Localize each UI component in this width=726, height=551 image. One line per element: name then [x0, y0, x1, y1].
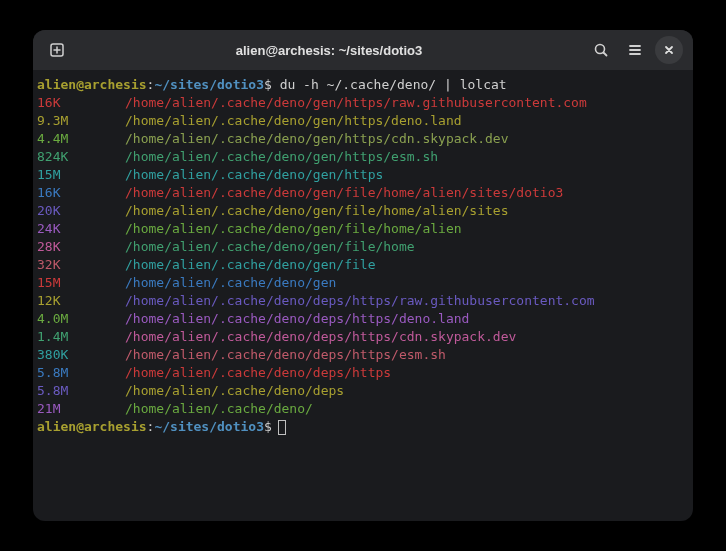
- command-text: du -h ~/.cache/deno/ | lolcat: [272, 77, 507, 92]
- prompt-user: alien@archesis: [37, 419, 147, 434]
- row-path: /home/alien/.cache/deno/deps: [125, 383, 344, 398]
- row-path: /home/alien/.cache/deno/gen/file/home: [125, 239, 415, 254]
- row-path: /home/alien/.cache/deno/deps/https: [125, 365, 391, 380]
- row-path: /home/alien/.cache/deno/deps/https/cdn.s…: [125, 329, 516, 344]
- hamburger-icon: [627, 42, 643, 58]
- row-size: 16K: [37, 94, 125, 112]
- output-row: 21M/home/alien/.cache/deno/: [37, 400, 689, 418]
- prompt-dollar: $: [264, 77, 272, 92]
- row-path: /home/alien/.cache/deno/gen/file: [125, 257, 375, 272]
- prompt-path: ~/sites/dotio3: [154, 419, 264, 434]
- window-title: alien@archesis: ~/sites/dotio3: [79, 43, 579, 58]
- output-row: 12K/home/alien/.cache/deno/deps/https/ra…: [37, 292, 689, 310]
- plus-icon: [49, 42, 65, 58]
- output-row: 1.4M/home/alien/.cache/deno/deps/https/c…: [37, 328, 689, 346]
- row-size: 32K: [37, 256, 125, 274]
- terminal-body[interactable]: alien@archesis:~/sites/dotio3$ du -h ~/.…: [33, 70, 693, 521]
- row-path: /home/alien/.cache/deno/deps/https/raw.g…: [125, 293, 595, 308]
- title-actions: [587, 36, 683, 64]
- terminal-window: alien@archesis: ~/sites/dotio3 alien@arc…: [33, 30, 693, 521]
- output-row: 4.0M/home/alien/.cache/deno/deps/https/d…: [37, 310, 689, 328]
- row-size: 16K: [37, 184, 125, 202]
- row-path: /home/alien/.cache/deno/gen/https/deno.l…: [125, 113, 462, 128]
- output-row: 5.8M/home/alien/.cache/deno/deps: [37, 382, 689, 400]
- menu-button[interactable]: [621, 36, 649, 64]
- close-icon: [662, 43, 676, 57]
- output-row: 32K/home/alien/.cache/deno/gen/file: [37, 256, 689, 274]
- prompt-line: alien@archesis:~/sites/dotio3$ du -h ~/.…: [37, 76, 689, 94]
- close-button[interactable]: [655, 36, 683, 64]
- row-path: /home/alien/.cache/deno/deps/https/deno.…: [125, 311, 469, 326]
- row-path: /home/alien/.cache/deno/gen/file/home/al…: [125, 185, 563, 200]
- output-row: 15M/home/alien/.cache/deno/gen/https: [37, 166, 689, 184]
- row-path: /home/alien/.cache/deno/gen/file/home/al…: [125, 221, 462, 236]
- row-size: 24K: [37, 220, 125, 238]
- row-path: /home/alien/.cache/deno/gen/file/home/al…: [125, 203, 509, 218]
- row-size: 5.8M: [37, 364, 125, 382]
- row-size: 380K: [37, 346, 125, 364]
- cursor: [278, 420, 286, 435]
- output-row: 20K/home/alien/.cache/deno/gen/file/home…: [37, 202, 689, 220]
- prompt-path: ~/sites/dotio3: [154, 77, 264, 92]
- row-path: /home/alien/.cache/deno/gen: [125, 275, 336, 290]
- row-size: 12K: [37, 292, 125, 310]
- row-size: 20K: [37, 202, 125, 220]
- row-size: 28K: [37, 238, 125, 256]
- row-size: 15M: [37, 166, 125, 184]
- prompt-dollar: $: [264, 419, 272, 434]
- output-row: 9.3M/home/alien/.cache/deno/gen/https/de…: [37, 112, 689, 130]
- command-output: 16K/home/alien/.cache/deno/gen/https/raw…: [37, 94, 689, 418]
- row-path: /home/alien/.cache/deno/gen/https/esm.sh: [125, 149, 438, 164]
- row-size: 15M: [37, 274, 125, 292]
- title-bar: alien@archesis: ~/sites/dotio3: [33, 30, 693, 70]
- output-row: 380K/home/alien/.cache/deno/deps/https/e…: [37, 346, 689, 364]
- search-icon: [593, 42, 609, 58]
- row-size: 5.8M: [37, 382, 125, 400]
- output-row: 5.8M/home/alien/.cache/deno/deps/https: [37, 364, 689, 382]
- output-row: 24K/home/alien/.cache/deno/gen/file/home…: [37, 220, 689, 238]
- row-path: /home/alien/.cache/deno/: [125, 401, 313, 416]
- row-size: 21M: [37, 400, 125, 418]
- row-size: 1.4M: [37, 328, 125, 346]
- row-path: /home/alien/.cache/deno/gen/https/cdn.sk…: [125, 131, 509, 146]
- row-size: 9.3M: [37, 112, 125, 130]
- output-row: 15M/home/alien/.cache/deno/gen: [37, 274, 689, 292]
- prompt-user: alien@archesis: [37, 77, 147, 92]
- row-path: /home/alien/.cache/deno/gen/https: [125, 167, 383, 182]
- search-button[interactable]: [587, 36, 615, 64]
- prompt-line-2: alien@archesis:~/sites/dotio3$: [37, 418, 689, 436]
- output-row: 16K/home/alien/.cache/deno/gen/file/home…: [37, 184, 689, 202]
- row-path: /home/alien/.cache/deno/deps/https/esm.s…: [125, 347, 446, 362]
- row-size: 4.0M: [37, 310, 125, 328]
- new-tab-button[interactable]: [43, 36, 71, 64]
- row-size: 824K: [37, 148, 125, 166]
- output-row: 16K/home/alien/.cache/deno/gen/https/raw…: [37, 94, 689, 112]
- row-size: 4.4M: [37, 130, 125, 148]
- row-path: /home/alien/.cache/deno/gen/https/raw.gi…: [125, 95, 587, 110]
- output-row: 28K/home/alien/.cache/deno/gen/file/home: [37, 238, 689, 256]
- output-row: 4.4M/home/alien/.cache/deno/gen/https/cd…: [37, 130, 689, 148]
- output-row: 824K/home/alien/.cache/deno/gen/https/es…: [37, 148, 689, 166]
